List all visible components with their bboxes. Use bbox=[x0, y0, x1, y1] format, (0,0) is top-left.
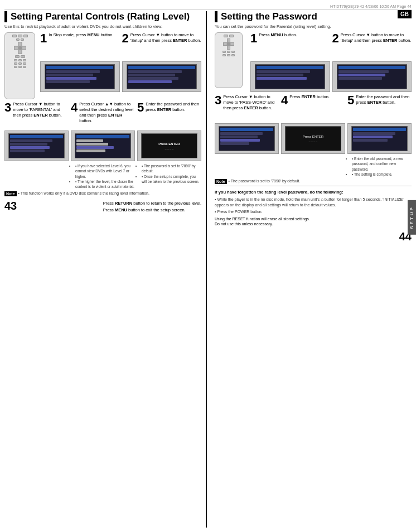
left-step5-screen: Press ENTER _ _ _ _ bbox=[137, 130, 201, 161]
right-step1-screen-inner bbox=[255, 64, 325, 89]
right-step4-screen-inner: Press ENTER _ _ _ _ bbox=[285, 126, 342, 151]
left-step1-block: 1 In Stop mode, press MENU button. bbox=[40, 32, 120, 99]
right-step2-block: 2 Press Cursor ▼ button to move to 'Setu… bbox=[332, 32, 412, 92]
reset-warning-2: Do not use this unless necessary. bbox=[215, 221, 412, 227]
remote-dpad-center bbox=[18, 46, 22, 50]
left-step4-header: 4 Press Cursor ▲▼ button to select the d… bbox=[71, 101, 135, 129]
right-step5-text: Enter the password and then press ENTER … bbox=[356, 94, 412, 105]
right-remote-dpad bbox=[223, 38, 234, 50]
screen-line-2c bbox=[128, 77, 178, 80]
r-screen-title-2 bbox=[338, 66, 405, 69]
left-step2-screen bbox=[122, 61, 202, 92]
step4-note1: • If you have selected Level 6, you cann… bbox=[75, 163, 135, 178]
left-section-title: Setting Parental Controls (Rating Level) bbox=[4, 11, 201, 22]
right-remote-btn-6 bbox=[222, 54, 226, 56]
screen-title-3 bbox=[10, 135, 64, 138]
left-step4-number: 4 bbox=[71, 101, 78, 114]
remote-num-4 bbox=[14, 62, 17, 65]
right-section-subtitle: You can set the password for the Parenta… bbox=[215, 24, 331, 29]
left-step5-screen-inner: Press ENTER _ _ _ _ bbox=[141, 133, 198, 158]
r-screen-line-1b bbox=[257, 74, 303, 76]
right-note-section: Note • The password is set to '7890' by … bbox=[215, 179, 412, 184]
right-remote-box bbox=[215, 32, 243, 88]
file-info-text: HT-DT79(GB)29-42 4/28/06 10:56 AM Page 4… bbox=[330, 4, 412, 8]
right-step5-screen bbox=[347, 123, 412, 154]
right-remote-area bbox=[215, 32, 248, 92]
right-step2-number: 2 bbox=[332, 32, 339, 45]
right-step5-screen-inner bbox=[351, 126, 408, 151]
screen-title-4 bbox=[76, 135, 130, 138]
left-step3-block: 3 Press Cursor ▼ button to move to 'PARE… bbox=[4, 101, 69, 188]
right-step5-header: 5 Enter the password and then press ENTE… bbox=[347, 94, 412, 122]
screen-title-2 bbox=[128, 66, 195, 69]
right-note-badge: Note bbox=[215, 179, 227, 184]
right-step4-block: 4 Press ENTER button. Press ENTER _ _ _ … bbox=[281, 94, 345, 176]
r-screen-title-3 bbox=[220, 128, 274, 131]
step5-notes: • The password is set to '7890' by defau… bbox=[137, 163, 201, 183]
left-step2-header: 2 Press Cursor ▼ button to move to 'Setu… bbox=[122, 32, 202, 60]
left-step5-number: 5 bbox=[137, 101, 144, 114]
right-step1-text: Press MENU button. bbox=[259, 32, 297, 38]
r-screen-line-5c bbox=[353, 139, 388, 142]
left-column: Setting Parental Controls (Rating Level)… bbox=[4, 11, 207, 528]
forgot-title: If you have forgotten the rating level p… bbox=[215, 190, 412, 195]
remote-num-5 bbox=[18, 62, 22, 65]
left-step1-screen-inner bbox=[45, 64, 115, 89]
step4-notes: • If you have selected Level 6, you cann… bbox=[71, 163, 135, 188]
right-step4-number: 4 bbox=[281, 94, 288, 107]
left-section-subtitle: Use this to restrict playback of adult o… bbox=[4, 24, 201, 29]
left-step5-text: Enter the password and then press ENTER … bbox=[146, 101, 201, 113]
right-step3-screen bbox=[215, 123, 279, 154]
screen-line-1c bbox=[46, 77, 96, 80]
right-remote-mid bbox=[222, 51, 235, 53]
reset-warning: Using the RESET function will erase all … bbox=[215, 216, 412, 228]
left-step5-header: 5 Enter the password and then press ENTE… bbox=[137, 101, 201, 129]
screen-line-3a bbox=[10, 139, 53, 142]
left-step1-text: In Stop mode, press MENU button. bbox=[49, 32, 113, 38]
r-screen-line-1a bbox=[257, 70, 310, 73]
right-step3-screen-inner bbox=[219, 126, 275, 151]
right-dpad-center bbox=[227, 42, 231, 46]
remote-btn-5 bbox=[21, 38, 24, 41]
right-remote-btn-2 bbox=[229, 35, 234, 37]
screen-line-3b bbox=[10, 143, 47, 146]
left-note-section: Note • This function works only if a DVD… bbox=[4, 191, 201, 196]
left-note-text: • This function works only if a DVD disc… bbox=[18, 191, 149, 195]
screen-line-3d bbox=[10, 149, 45, 152]
remote-num-6 bbox=[23, 62, 26, 65]
right-steps-bottom: 3 Press Cursor ▼ button to move to 'PASS… bbox=[215, 94, 412, 176]
left-page-number: 43 bbox=[4, 200, 17, 212]
r-screen-line-3d bbox=[220, 142, 250, 145]
left-step5-block: 5 Enter the password and then press ENTE… bbox=[137, 101, 201, 188]
instruction2: Press MENU button to exit the setup scre… bbox=[103, 207, 201, 212]
reset-warning-1: Using the RESET function will erase all … bbox=[215, 216, 412, 222]
remote-num-3 bbox=[23, 59, 26, 61]
forgot-text: • While the player is in the no disc mod… bbox=[215, 196, 412, 208]
left-step2-text: Press Cursor ▼ button to move to 'Setup'… bbox=[130, 32, 201, 43]
right-remote-btn-5 bbox=[231, 51, 235, 53]
r-screen-title-1 bbox=[257, 66, 323, 69]
remote-btn-6 bbox=[15, 55, 20, 58]
screen-line-1d bbox=[46, 80, 90, 83]
file-info-bar: HT-DT79(GB)29-42 4/28/06 10:56 AM Page 4… bbox=[4, 4, 412, 10]
remote-top-buttons bbox=[12, 35, 28, 37]
right-step3-header: 3 Press Cursor ▼ button to move to 'PASS… bbox=[215, 94, 279, 122]
r-password-display: _ _ _ _ bbox=[309, 139, 317, 142]
screen-line-2b bbox=[128, 74, 175, 76]
remote-box bbox=[4, 32, 35, 99]
left-step1-screen bbox=[40, 61, 120, 92]
remote-image-area bbox=[4, 32, 38, 99]
right-remote-btn-3 bbox=[222, 51, 226, 53]
remote-num-7 bbox=[14, 66, 17, 68]
right-remote-btn-1 bbox=[224, 35, 228, 37]
remote-lower-buttons bbox=[15, 55, 25, 58]
right-step4-header: 4 Press ENTER button. bbox=[281, 94, 345, 122]
right-step2-header: 2 Press Cursor ▼ button to move to 'Setu… bbox=[332, 32, 412, 60]
right-remote-btn-8 bbox=[231, 54, 235, 56]
r-screen-line-3c bbox=[220, 139, 260, 142]
right-step5-notes: • Enter the old password, a new password… bbox=[347, 156, 412, 176]
screen-line-4a bbox=[76, 139, 103, 142]
remote-btn-1 bbox=[12, 35, 17, 37]
r-screen-line-5b bbox=[353, 136, 393, 138]
right-remote-lower bbox=[222, 54, 235, 56]
